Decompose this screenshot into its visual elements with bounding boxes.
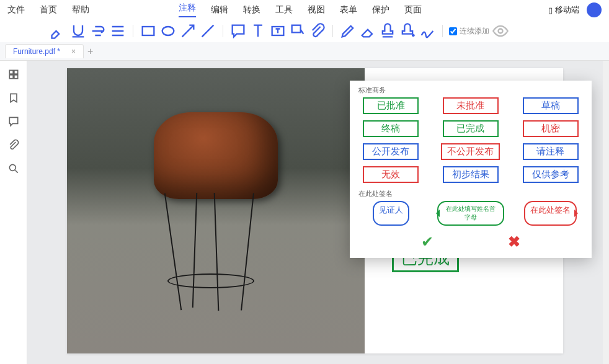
separator [332, 25, 333, 37]
underline-icon[interactable] [69, 22, 87, 40]
sig-witness[interactable]: 见证人 [373, 201, 409, 226]
stamp-not-approved[interactable]: 未批准 [443, 97, 499, 114]
menu-tools[interactable]: 工具 [275, 4, 293, 16]
document-tab[interactable]: Furniture.pdf * × [5, 44, 84, 58]
stamp-please-annotate[interactable]: 请注释 [523, 143, 579, 160]
highlighter-icon[interactable] [50, 22, 67, 40]
stamp-preliminary[interactable]: 初步结果 [443, 166, 499, 183]
oval-icon[interactable] [159, 22, 177, 40]
separator [223, 25, 223, 37]
menu-protect[interactable]: 保护 [372, 4, 389, 16]
document-viewport[interactable]: INSPIRED BYTH Expland r Be indesignperso… [27, 61, 603, 364]
svg-rect-5 [9, 70, 13, 74]
stamp-public[interactable]: 公开发布 [363, 143, 419, 160]
strikethrough-icon[interactable] [89, 22, 107, 40]
continuous-add-checkbox[interactable]: 连续添加 [449, 26, 489, 37]
svg-rect-3 [292, 25, 301, 33]
svg-rect-7 [9, 75, 13, 79]
scrollbar[interactable] [603, 61, 609, 364]
stamp-confidential[interactable]: 机密 [523, 120, 579, 137]
separator [442, 25, 443, 37]
svg-rect-0 [143, 27, 154, 35]
stamp-void[interactable]: 无效 [363, 166, 419, 183]
stamp-approved[interactable]: 已批准 [363, 97, 419, 114]
attachment-icon[interactable] [309, 22, 326, 40]
stamp-completed[interactable]: 已完成 [443, 120, 499, 137]
sig-sign-here[interactable]: 在此处签名 [524, 201, 577, 226]
list-icon[interactable] [109, 22, 127, 40]
continuous-label: 连续添加 [460, 26, 489, 37]
stamp-final[interactable]: 终稿 [363, 120, 419, 137]
continuous-checkbox[interactable] [449, 27, 457, 35]
add-tab-button[interactable]: + [87, 46, 93, 57]
line-icon[interactable] [199, 22, 216, 40]
rectangle-icon[interactable] [140, 22, 157, 40]
menu-annotate[interactable]: 注释 [179, 2, 196, 17]
stamp-section-title: 标准商务 [358, 86, 584, 95]
menu-file[interactable]: 文件 [7, 4, 25, 16]
sig-initial-here[interactable]: 在此处填写姓名首字母 [437, 201, 505, 226]
svg-rect-8 [14, 75, 17, 79]
stamp-draft[interactable]: 草稿 [523, 97, 579, 114]
stamp-icon[interactable] [379, 22, 396, 40]
menu-help[interactable]: 帮助 [72, 4, 89, 16]
search-icon[interactable] [7, 162, 20, 175]
callout-icon[interactable] [289, 22, 306, 40]
thumbnails-icon[interactable] [7, 68, 20, 81]
signature-icon[interactable] [419, 22, 436, 40]
text-icon[interactable] [249, 22, 267, 40]
svg-point-4 [499, 29, 503, 33]
svg-point-9 [9, 164, 16, 171]
app-logo-icon[interactable] [587, 2, 602, 17]
left-sidebar [0, 61, 27, 364]
svg-point-1 [162, 27, 174, 35]
stamp-panel: 标准商务 已批准 未批准 草稿 终稿 已完成 机密 公开发布 不公开发布 请注释… [350, 81, 592, 258]
confirm-icon[interactable]: ✔ [421, 233, 433, 251]
menu-bar: 文件 首页 帮助 注释 编辑 转换 工具 视图 表单 保护 页面 ▯ 移动端 [0, 0, 609, 20]
comments-icon[interactable] [7, 115, 20, 128]
menu-edit[interactable]: 编辑 [211, 4, 228, 16]
textbox-icon[interactable] [269, 22, 287, 40]
note-icon[interactable] [229, 22, 247, 40]
close-tab-icon[interactable]: × [71, 47, 76, 56]
menu-view[interactable]: 视图 [308, 4, 325, 16]
eraser-icon[interactable] [359, 22, 376, 40]
stamp-add-icon[interactable] [399, 22, 416, 40]
mobile-link[interactable]: ▯ 移动端 [548, 4, 579, 16]
page-image [67, 68, 365, 353]
pencil-icon[interactable] [339, 22, 357, 40]
stamp-not-public[interactable]: 不公开发布 [441, 143, 500, 160]
chair-illustration [123, 94, 309, 317]
annotation-toolbar: 连续添加 [0, 20, 609, 42]
tab-label: Furniture.pdf * [13, 47, 60, 56]
arrow-icon[interactable] [179, 22, 197, 40]
eye-icon[interactable] [492, 22, 509, 40]
mobile-label: 移动端 [555, 4, 579, 16]
stamp-reference-only[interactable]: 仅供参考 [523, 166, 579, 183]
document-tab-bar: Furniture.pdf * × + [0, 42, 609, 61]
phone-icon: ▯ [548, 6, 553, 15]
separator [133, 25, 133, 37]
menu-form[interactable]: 表单 [340, 4, 357, 16]
menu-home[interactable]: 首页 [40, 4, 57, 16]
cancel-icon[interactable]: ✖ [508, 233, 520, 251]
svg-rect-6 [14, 70, 17, 74]
menu-convert[interactable]: 转换 [243, 4, 260, 16]
menu-page[interactable]: 页面 [404, 4, 422, 16]
signature-section-title: 在此处签名 [358, 189, 584, 198]
attachments-icon[interactable] [7, 139, 20, 151]
bookmark-icon[interactable] [7, 92, 20, 104]
workspace: INSPIRED BYTH Expland r Be indesignperso… [0, 61, 609, 364]
